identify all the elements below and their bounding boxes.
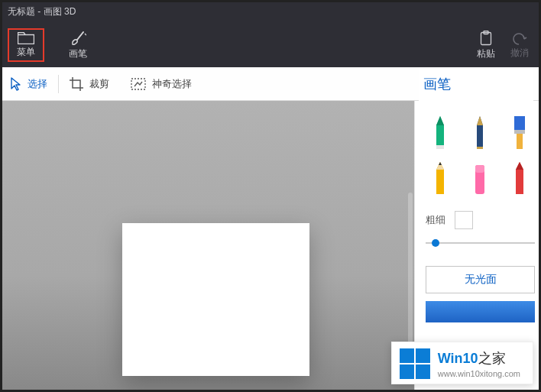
canvas-viewport[interactable]: [0, 101, 414, 392]
menu-label: 菜单: [17, 46, 35, 59]
finish-button[interactable]: 无光面: [426, 266, 535, 293]
magic-label: 神奇选择: [152, 77, 192, 91]
clipboard-icon: [479, 31, 493, 46]
brush-marker[interactable]: [426, 112, 455, 150]
brush-crayon[interactable]: [505, 157, 534, 196]
finish-label: 无光面: [465, 273, 497, 287]
crop-tool[interactable]: 裁剪: [59, 77, 120, 91]
magic-icon: [131, 78, 146, 90]
menu-button[interactable]: 菜单: [8, 28, 44, 62]
brush-ribbon-button[interactable]: 画笔: [60, 28, 96, 62]
scrollbar[interactable]: [408, 193, 413, 345]
ribbon: 菜单 画笔 粘贴 撤消: [0, 23, 541, 67]
slider-track: [426, 242, 535, 244]
paste-label: 粘贴: [477, 47, 495, 60]
watermark-brand-prefix: Win10: [438, 351, 478, 366]
windows-logo-icon: [400, 348, 430, 379]
panel-title: 画笔: [419, 67, 533, 101]
slider-thumb[interactable]: [432, 239, 439, 247]
brush-ribbon-label: 画笔: [69, 47, 87, 60]
svg-rect-4: [436, 145, 444, 149]
undo-button[interactable]: 撤消: [503, 28, 536, 62]
undo-label: 撤消: [510, 47, 529, 60]
canvas[interactable]: [122, 223, 309, 376]
watermark-url: www.win10xitong.com: [438, 369, 520, 378]
crop-label: 裁剪: [89, 77, 109, 91]
svg-rect-8: [517, 134, 523, 149]
brush-grid: [426, 112, 535, 196]
window-title: 无标题 - 画图 3D: [8, 5, 76, 18]
paste-button[interactable]: 粘贴: [469, 28, 503, 62]
brush-icon: [70, 31, 86, 46]
svg-rect-10: [475, 165, 484, 173]
title-bar: 无标题 - 画图 3D: [0, 0, 541, 23]
brush-pencil[interactable]: [426, 157, 455, 196]
cursor-icon: [11, 77, 21, 91]
watermark-brand-suffix: 之家: [478, 351, 506, 366]
undo-icon: [512, 31, 527, 45]
thickness-slider[interactable]: [426, 237, 535, 249]
thickness-input[interactable]: [455, 211, 473, 229]
svg-rect-0: [18, 34, 34, 44]
watermark-brand: Win10之家: [438, 349, 520, 368]
svg-rect-5: [477, 147, 483, 149]
svg-rect-3: [131, 79, 145, 89]
thickness-label: 粗细: [426, 213, 445, 227]
svg-rect-7: [514, 130, 525, 134]
select-tool[interactable]: 选择: [0, 77, 58, 91]
thickness-row: 粗细: [426, 211, 535, 229]
brush-flat[interactable]: [505, 112, 534, 150]
brush-eraser[interactable]: [465, 157, 494, 196]
svg-rect-6: [514, 116, 525, 130]
watermark: Win10之家 www.win10xitong.com: [391, 342, 533, 384]
tool-subbar: 选择 裁剪 神奇选择 − + ··· 画笔: [0, 67, 541, 101]
primary-color-bar[interactable]: [426, 301, 535, 322]
brush-calligraphy[interactable]: [465, 112, 494, 150]
select-label: 选择: [28, 77, 47, 91]
crop-icon: [70, 77, 83, 91]
magic-select-tool[interactable]: 神奇选择: [120, 77, 202, 91]
folder-icon: [18, 32, 34, 44]
